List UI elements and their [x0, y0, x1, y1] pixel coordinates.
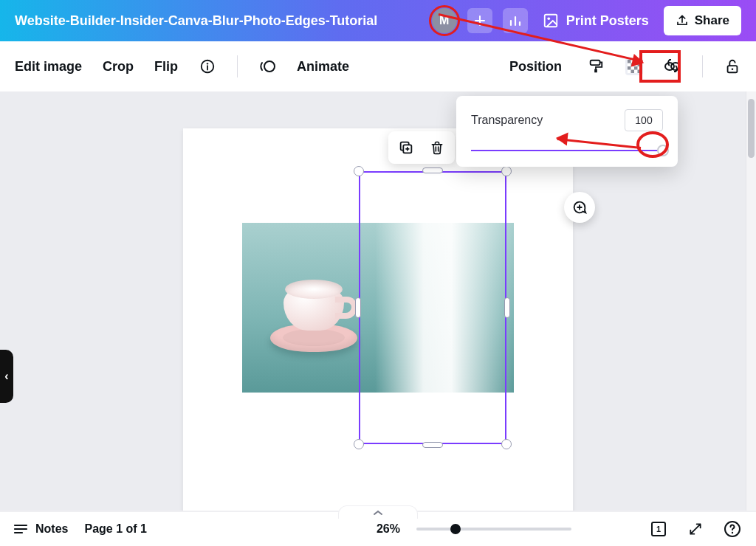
help-icon — [724, 520, 741, 538]
photo-detail — [285, 280, 343, 299]
selection-floating-toolbar — [388, 131, 455, 164]
toolbar-divider — [702, 55, 703, 77]
notes-label: Notes — [35, 522, 68, 536]
share-label: Share — [695, 13, 729, 28]
svg-point-3 — [207, 63, 208, 64]
paint-roller-icon — [588, 58, 604, 75]
animate-icon[interactable] — [258, 58, 276, 75]
resize-handle-bottom[interactable] — [422, 442, 443, 448]
expand-icon — [688, 522, 703, 536]
svg-rect-15 — [638, 70, 642, 74]
svg-rect-12 — [628, 66, 631, 70]
print-posters-button[interactable]: Print Posters — [538, 8, 653, 33]
style-copy-button[interactable] — [587, 58, 605, 75]
edit-image-button[interactable]: Edit image — [15, 59, 82, 75]
svg-rect-5 — [591, 61, 600, 65]
svg-point-1 — [547, 17, 550, 20]
toolbar-divider — [237, 55, 238, 77]
duplicate-icon — [398, 139, 414, 156]
document-title[interactable]: Website-Builder-Insider-Canva-Blur-Photo… — [15, 13, 377, 29]
resize-handle-tl[interactable] — [354, 166, 364, 176]
notes-button[interactable]: Notes — [13, 522, 68, 536]
duplicate-button[interactable] — [396, 137, 416, 158]
resize-handle-bl[interactable] — [354, 439, 364, 449]
page-strip-toggle[interactable] — [338, 505, 418, 519]
comment-plus-icon — [571, 199, 588, 215]
link-icon — [664, 59, 681, 74]
resize-handle-right[interactable] — [504, 297, 510, 318]
svg-point-4 — [264, 61, 275, 72]
scrollbar-thumb[interactable] — [748, 99, 755, 158]
lock-button[interactable] — [724, 58, 741, 75]
zoom-slider-thumb[interactable] — [450, 524, 461, 534]
svg-rect-8 — [628, 60, 631, 63]
resize-handle-tr[interactable] — [501, 166, 512, 176]
chevron-up-icon — [373, 509, 383, 516]
link-button[interactable] — [664, 58, 681, 75]
zoom-label[interactable]: 26% — [377, 522, 400, 536]
app-footer: Notes Page 1 of 1 26% 1 — [0, 511, 756, 546]
comment-add-button[interactable] — [564, 192, 595, 223]
chevron-left-icon: ‹ — [4, 370, 8, 383]
resize-handle-br[interactable] — [501, 439, 512, 449]
upload-icon — [676, 14, 689, 27]
notes-icon — [13, 522, 28, 536]
help-button[interactable] — [722, 519, 743, 539]
svg-text:1: 1 — [656, 525, 661, 533]
fullscreen-button[interactable] — [685, 519, 706, 539]
info-icon — [199, 58, 216, 75]
resize-handle-top[interactable] — [422, 167, 443, 173]
flip-button[interactable]: Flip — [154, 59, 178, 75]
share-button[interactable]: Share — [664, 6, 741, 35]
selection-outline — [359, 171, 506, 444]
grid-icon: 1 — [650, 520, 667, 538]
selection-box[interactable] — [359, 171, 506, 444]
slider-thumb[interactable] — [657, 145, 669, 156]
zoom-slider[interactable] — [416, 528, 571, 531]
print-posters-label: Print Posters — [566, 13, 649, 29]
transparency-input[interactable] — [625, 109, 663, 131]
delete-button[interactable] — [427, 137, 447, 158]
picture-icon — [543, 13, 559, 29]
svg-rect-0 — [544, 15, 557, 27]
animate-button[interactable]: Animate — [297, 59, 349, 75]
crop-button[interactable]: Crop — [103, 59, 134, 75]
slider-track — [471, 150, 663, 151]
app-header: Website-Builder-Insider-Canva-Blur-Photo… — [0, 0, 756, 41]
grid-view-button[interactable]: 1 — [648, 519, 669, 539]
vertical-scrollbar[interactable] — [746, 91, 756, 511]
design-page[interactable] — [183, 128, 573, 511]
trash-icon — [430, 139, 444, 156]
user-avatar[interactable]: M — [432, 8, 457, 33]
svg-point-19 — [732, 68, 734, 70]
page-indicator[interactable]: Page 1 of 1 — [84, 522, 146, 536]
unlock-icon — [724, 58, 740, 75]
svg-point-24 — [732, 532, 733, 533]
editor-canvas[interactable]: Transparency ‹ — [0, 91, 746, 511]
resize-handle-left[interactable] — [355, 297, 361, 318]
collapsed-side-panel-tab[interactable]: ‹ — [0, 350, 13, 403]
transparency-label: Transparency — [471, 114, 543, 127]
bar-chart-icon — [509, 14, 522, 27]
svg-rect-14 — [631, 70, 635, 74]
info-button[interactable] — [199, 58, 216, 75]
svg-rect-6 — [594, 69, 597, 73]
motion-icon — [258, 58, 276, 75]
position-button[interactable]: Position — [509, 59, 562, 75]
transparency-popover: Transparency — [456, 96, 678, 167]
